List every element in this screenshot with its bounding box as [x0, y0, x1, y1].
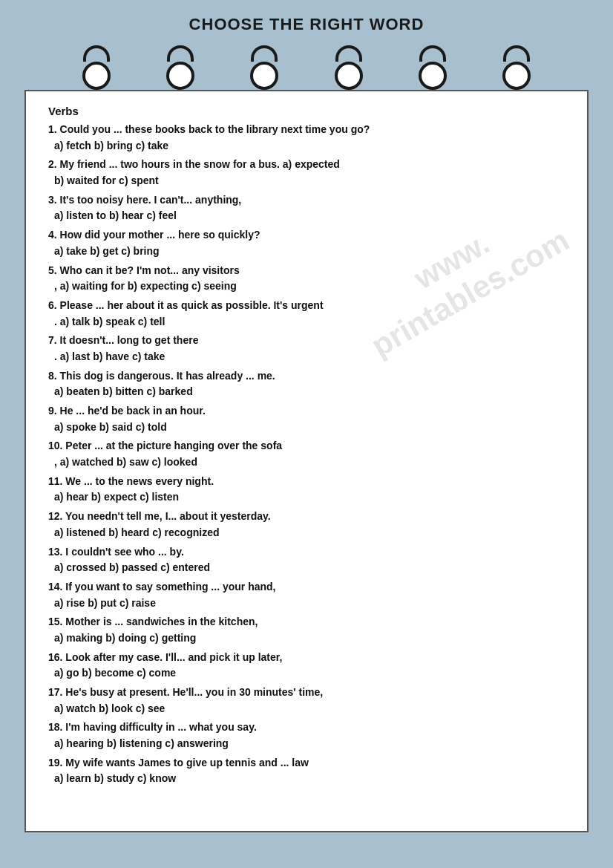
question-text: 16. Look after my case. I'll... and pick… — [48, 650, 565, 666]
ring-circle-1 — [82, 62, 111, 90]
ring-top-1 — [83, 45, 110, 62]
question-block: 2. My friend ... two hours in the snow f… — [48, 157, 565, 189]
answer-line: , a) waiting for b) expecting c) seeing — [48, 278, 565, 295]
question-text: 9. He ... he'd be back in an hour. — [48, 403, 565, 420]
question-block: 9. He ... he'd be back in an hour. a) sp… — [48, 403, 565, 435]
section-label: Verbs — [48, 105, 565, 117]
question-text: 4. How did your mother ... here so quick… — [48, 227, 565, 244]
question-text: 18. I'm having difficulty in ... what yo… — [48, 719, 565, 736]
answer-line: a) listened b) heard c) recognized — [48, 525, 565, 541]
answer-line: a) making b) doing c) getting — [48, 630, 565, 647]
answer-line: b) waited for c) spent — [48, 173, 565, 189]
ring-top-5 — [419, 45, 446, 62]
ring-top-4 — [335, 45, 362, 62]
question-block: 8. This dog is dangerous. It has already… — [48, 368, 565, 400]
answer-line: a) take b) get c) bring — [48, 244, 565, 260]
question-block: 16. Look after my case. I'll... and pick… — [48, 650, 565, 682]
question-block: 10. Peter ... at the picture hanging ove… — [48, 438, 565, 470]
question-block: 19. My wife wants James to give up tenni… — [48, 755, 565, 787]
ring-circle-2 — [166, 62, 194, 90]
answer-line: a) watch b) look c) see — [48, 701, 565, 717]
question-block: 1. Could you ... these books back to the… — [48, 122, 565, 154]
answer-line: a) go b) become c) come — [48, 665, 565, 682]
answer-line: a) beaten b) bitten c) barked — [48, 384, 565, 400]
question-text: 1. Could you ... these books back to the… — [48, 122, 565, 138]
page-title: CHOOSE THE RIGHT WORD — [189, 7, 424, 34]
question-block: 6. Please ... her about it as quick as p… — [48, 298, 565, 330]
question-text: 19. My wife wants James to give up tenni… — [48, 755, 565, 771]
answer-line: a) hear b) expect c) listen — [48, 489, 565, 506]
questions-container: 1. Could you ... these books back to the… — [48, 122, 565, 787]
ring-6 — [502, 45, 531, 90]
question-text: 8. This dog is dangerous. It has already… — [48, 368, 565, 385]
ring-top-2 — [167, 45, 194, 62]
ring-2 — [166, 45, 194, 90]
question-block: 17. He's busy at present. He'll... you i… — [48, 685, 565, 717]
question-block: 13. I couldn't see who ... by. a) crosse… — [48, 544, 565, 576]
question-text: 12. You needn't tell me, I... about it y… — [48, 509, 565, 525]
answer-line: a) learn b) study c) know — [48, 771, 565, 787]
question-block: 18. I'm having difficulty in ... what yo… — [48, 719, 565, 751]
question-block: 3. It's too noisy here. I can't... anyth… — [48, 192, 565, 224]
rings-bar — [24, 38, 589, 90]
question-text: 10. Peter ... at the picture hanging ove… — [48, 438, 565, 454]
ring-circle-3 — [250, 62, 278, 90]
answer-line: , a) watched b) saw c) looked — [48, 454, 565, 471]
question-text: 13. I couldn't see who ... by. — [48, 544, 565, 561]
answer-line: a) fetch b) bring c) take — [48, 138, 565, 154]
question-block: 7. It doesn't... long to get there. a) l… — [48, 333, 565, 365]
ring-circle-5 — [419, 62, 447, 90]
question-block: 4. How did your mother ... here so quick… — [48, 227, 565, 259]
question-block: 11. We ... to the news every night.a) he… — [48, 474, 565, 506]
question-text: 14. If you want to say something ... you… — [48, 579, 565, 595]
question-block: 15. Mother is ... sandwiches in the kitc… — [48, 614, 565, 646]
answer-line: a) crossed b) passed c) entered — [48, 560, 565, 576]
question-text: 7. It doesn't... long to get there — [48, 333, 565, 349]
question-text: 11. We ... to the news every night. — [48, 474, 565, 490]
question-text: 3. It's too noisy here. I can't... anyth… — [48, 192, 565, 209]
ring-1 — [82, 45, 111, 90]
ring-3 — [250, 45, 278, 90]
answer-line: a) hearing b) listening c) answering — [48, 736, 565, 752]
answer-line: a) listen to b) hear c) feel — [48, 208, 565, 224]
question-block: 14. If you want to say something ... you… — [48, 579, 565, 611]
ring-top-3 — [251, 45, 278, 62]
binder-container: www.printables.com Verbs 1. Could you ..… — [24, 38, 589, 832]
question-text: 6. Please ... her about it as quick as p… — [48, 298, 565, 314]
question-text: 17. He's busy at present. He'll... you i… — [48, 685, 565, 701]
ring-5 — [419, 45, 447, 90]
answer-line: a) spoke b) said c) told — [48, 420, 565, 436]
ring-4 — [335, 45, 363, 90]
ring-top-6 — [503, 45, 530, 62]
question-text: 15. Mother is ... sandwiches in the kitc… — [48, 614, 565, 630]
question-text: 2. My friend ... two hours in the snow f… — [48, 157, 565, 173]
ring-circle-4 — [335, 62, 363, 90]
answer-line: a) rise b) put c) raise — [48, 595, 565, 612]
question-block: 5. Who can it be? I'm not... any visitor… — [48, 263, 565, 295]
answer-line: . a) last b) have c) take — [48, 349, 565, 365]
answer-line: . a) talk b) speak c) tell — [48, 314, 565, 330]
question-block: 12. You needn't tell me, I... about it y… — [48, 509, 565, 541]
ring-circle-6 — [502, 62, 531, 90]
question-text: 5. Who can it be? I'm not... any visitor… — [48, 263, 565, 279]
content-card: www.printables.com Verbs 1. Could you ..… — [24, 90, 589, 832]
